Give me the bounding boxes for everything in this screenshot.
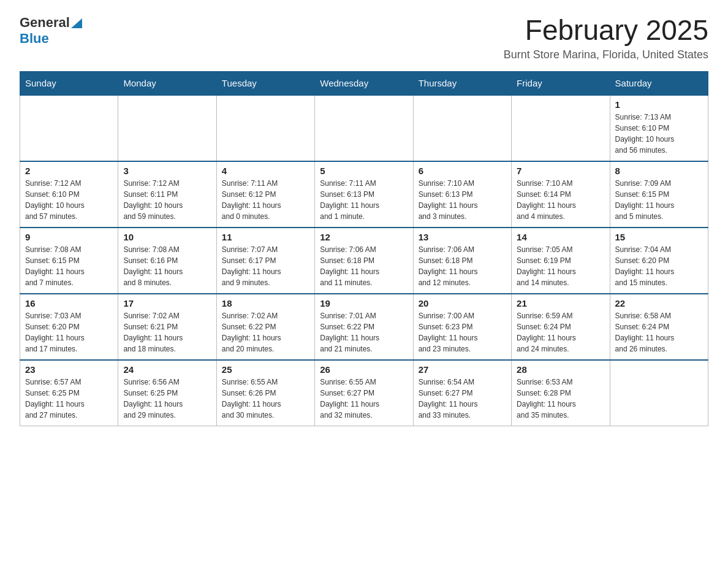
calendar-week-row: 1Sunrise: 7:13 AM Sunset: 6:10 PM Daylig… bbox=[20, 95, 708, 161]
day-info: Sunrise: 7:08 AM Sunset: 6:15 PM Dayligh… bbox=[25, 244, 113, 288]
calendar-cell: 14Sunrise: 7:05 AM Sunset: 6:19 PM Dayli… bbox=[512, 228, 610, 294]
day-info: Sunrise: 6:59 AM Sunset: 6:24 PM Dayligh… bbox=[517, 310, 604, 354]
day-number: 3 bbox=[123, 166, 211, 176]
logo-blue: Blue bbox=[20, 31, 49, 46]
calendar-week-row: 16Sunrise: 7:03 AM Sunset: 6:20 PM Dayli… bbox=[20, 294, 708, 360]
day-number: 12 bbox=[320, 232, 408, 242]
calendar-cell: 26Sunrise: 6:55 AM Sunset: 6:27 PM Dayli… bbox=[315, 360, 413, 426]
day-info: Sunrise: 6:58 AM Sunset: 6:24 PM Dayligh… bbox=[615, 310, 703, 354]
calendar-cell: 8Sunrise: 7:09 AM Sunset: 6:15 PM Daylig… bbox=[610, 161, 708, 228]
day-info: Sunrise: 7:06 AM Sunset: 6:18 PM Dayligh… bbox=[320, 244, 408, 288]
day-info: Sunrise: 7:05 AM Sunset: 6:19 PM Dayligh… bbox=[517, 244, 604, 288]
calendar-cell bbox=[413, 95, 511, 161]
day-info: Sunrise: 7:06 AM Sunset: 6:18 PM Dayligh… bbox=[419, 244, 506, 288]
calendar-cell: 3Sunrise: 7:12 AM Sunset: 6:11 PM Daylig… bbox=[118, 161, 216, 228]
calendar-cell: 21Sunrise: 6:59 AM Sunset: 6:24 PM Dayli… bbox=[512, 294, 610, 360]
calendar-week-row: 9Sunrise: 7:08 AM Sunset: 6:15 PM Daylig… bbox=[20, 228, 708, 294]
day-info: Sunrise: 7:04 AM Sunset: 6:20 PM Dayligh… bbox=[615, 244, 703, 288]
calendar-header-wednesday: Wednesday bbox=[315, 71, 413, 95]
calendar-cell: 23Sunrise: 6:57 AM Sunset: 6:25 PM Dayli… bbox=[20, 360, 118, 426]
calendar-cell: 10Sunrise: 7:08 AM Sunset: 6:16 PM Dayli… bbox=[118, 228, 216, 294]
day-number: 25 bbox=[222, 364, 309, 375]
day-number: 9 bbox=[25, 232, 113, 242]
day-info: Sunrise: 6:57 AM Sunset: 6:25 PM Dayligh… bbox=[25, 377, 113, 421]
day-number: 8 bbox=[615, 166, 703, 176]
calendar-cell: 25Sunrise: 6:55 AM Sunset: 6:26 PM Dayli… bbox=[216, 360, 314, 426]
day-number: 27 bbox=[419, 364, 506, 375]
day-info: Sunrise: 6:55 AM Sunset: 6:27 PM Dayligh… bbox=[320, 377, 408, 421]
calendar-cell: 6Sunrise: 7:10 AM Sunset: 6:13 PM Daylig… bbox=[413, 161, 511, 228]
day-number: 14 bbox=[517, 232, 604, 242]
calendar-header-thursday: Thursday bbox=[413, 71, 511, 95]
calendar-cell: 16Sunrise: 7:03 AM Sunset: 6:20 PM Dayli… bbox=[20, 294, 118, 360]
day-info: Sunrise: 7:12 AM Sunset: 6:11 PM Dayligh… bbox=[123, 178, 211, 222]
logo: General Blue bbox=[20, 15, 82, 47]
svg-marker-0 bbox=[71, 18, 82, 28]
day-info: Sunrise: 7:13 AM Sunset: 6:10 PM Dayligh… bbox=[615, 112, 703, 156]
day-number: 22 bbox=[615, 298, 703, 308]
calendar-cell: 7Sunrise: 7:10 AM Sunset: 6:14 PM Daylig… bbox=[512, 161, 610, 228]
calendar-cell bbox=[610, 360, 708, 426]
day-info: Sunrise: 6:56 AM Sunset: 6:25 PM Dayligh… bbox=[123, 377, 211, 421]
calendar-cell bbox=[216, 95, 314, 161]
page-header: General Blue February 2025 Burnt Store M… bbox=[20, 15, 708, 61]
day-info: Sunrise: 7:10 AM Sunset: 6:14 PM Dayligh… bbox=[517, 178, 604, 222]
calendar-cell bbox=[512, 95, 610, 161]
location-subtitle: Burnt Store Marina, Florida, United Stat… bbox=[504, 48, 708, 61]
calendar-cell bbox=[20, 95, 118, 161]
day-info: Sunrise: 7:02 AM Sunset: 6:22 PM Dayligh… bbox=[222, 310, 309, 354]
logo-general: General bbox=[20, 15, 70, 31]
day-number: 19 bbox=[320, 298, 408, 308]
day-number: 23 bbox=[25, 364, 113, 375]
day-number: 1 bbox=[615, 99, 703, 110]
day-info: Sunrise: 7:11 AM Sunset: 6:12 PM Dayligh… bbox=[222, 178, 309, 222]
day-info: Sunrise: 6:53 AM Sunset: 6:28 PM Dayligh… bbox=[517, 377, 604, 421]
calendar-cell: 4Sunrise: 7:11 AM Sunset: 6:12 PM Daylig… bbox=[216, 161, 314, 228]
day-info: Sunrise: 7:00 AM Sunset: 6:23 PM Dayligh… bbox=[419, 310, 506, 354]
calendar-cell: 9Sunrise: 7:08 AM Sunset: 6:15 PM Daylig… bbox=[20, 228, 118, 294]
day-number: 20 bbox=[419, 298, 506, 308]
calendar-header-row: SundayMondayTuesdayWednesdayThursdayFrid… bbox=[20, 71, 708, 95]
day-info: Sunrise: 7:02 AM Sunset: 6:21 PM Dayligh… bbox=[123, 310, 211, 354]
day-number: 17 bbox=[123, 298, 211, 308]
day-number: 4 bbox=[222, 166, 309, 176]
calendar-cell: 24Sunrise: 6:56 AM Sunset: 6:25 PM Dayli… bbox=[118, 360, 216, 426]
calendar-cell: 5Sunrise: 7:11 AM Sunset: 6:13 PM Daylig… bbox=[315, 161, 413, 228]
calendar-cell: 22Sunrise: 6:58 AM Sunset: 6:24 PM Dayli… bbox=[610, 294, 708, 360]
day-info: Sunrise: 7:03 AM Sunset: 6:20 PM Dayligh… bbox=[25, 310, 113, 354]
calendar-cell: 18Sunrise: 7:02 AM Sunset: 6:22 PM Dayli… bbox=[216, 294, 314, 360]
calendar-cell: 27Sunrise: 6:54 AM Sunset: 6:27 PM Dayli… bbox=[413, 360, 511, 426]
day-number: 5 bbox=[320, 166, 408, 176]
calendar-week-row: 2Sunrise: 7:12 AM Sunset: 6:10 PM Daylig… bbox=[20, 161, 708, 228]
calendar-cell bbox=[118, 95, 216, 161]
day-number: 28 bbox=[517, 364, 604, 375]
calendar-cell: 12Sunrise: 7:06 AM Sunset: 6:18 PM Dayli… bbox=[315, 228, 413, 294]
calendar-table: SundayMondayTuesdayWednesdayThursdayFrid… bbox=[20, 71, 708, 426]
calendar-cell: 15Sunrise: 7:04 AM Sunset: 6:20 PM Dayli… bbox=[610, 228, 708, 294]
day-number: 7 bbox=[517, 166, 604, 176]
calendar-week-row: 23Sunrise: 6:57 AM Sunset: 6:25 PM Dayli… bbox=[20, 360, 708, 426]
calendar-header-sunday: Sunday bbox=[20, 71, 118, 95]
calendar-cell: 13Sunrise: 7:06 AM Sunset: 6:18 PM Dayli… bbox=[413, 228, 511, 294]
day-number: 13 bbox=[419, 232, 506, 242]
day-number: 10 bbox=[123, 232, 211, 242]
day-info: Sunrise: 6:55 AM Sunset: 6:26 PM Dayligh… bbox=[222, 377, 309, 421]
day-info: Sunrise: 7:01 AM Sunset: 6:22 PM Dayligh… bbox=[320, 310, 408, 354]
day-info: Sunrise: 6:54 AM Sunset: 6:27 PM Dayligh… bbox=[419, 377, 506, 421]
day-info: Sunrise: 7:11 AM Sunset: 6:13 PM Dayligh… bbox=[320, 178, 408, 222]
day-info: Sunrise: 7:08 AM Sunset: 6:16 PM Dayligh… bbox=[123, 244, 211, 288]
calendar-cell: 2Sunrise: 7:12 AM Sunset: 6:10 PM Daylig… bbox=[20, 161, 118, 228]
day-info: Sunrise: 7:12 AM Sunset: 6:10 PM Dayligh… bbox=[25, 178, 113, 222]
day-info: Sunrise: 7:07 AM Sunset: 6:17 PM Dayligh… bbox=[222, 244, 309, 288]
day-number: 16 bbox=[25, 298, 113, 308]
calendar-cell: 19Sunrise: 7:01 AM Sunset: 6:22 PM Dayli… bbox=[315, 294, 413, 360]
calendar-cell: 20Sunrise: 7:00 AM Sunset: 6:23 PM Dayli… bbox=[413, 294, 511, 360]
day-number: 24 bbox=[123, 364, 211, 375]
day-number: 2 bbox=[25, 166, 113, 176]
day-info: Sunrise: 7:10 AM Sunset: 6:13 PM Dayligh… bbox=[419, 178, 506, 222]
day-number: 26 bbox=[320, 364, 408, 375]
day-number: 11 bbox=[222, 232, 309, 242]
month-title: February 2025 bbox=[504, 15, 708, 46]
calendar-cell: 11Sunrise: 7:07 AM Sunset: 6:17 PM Dayli… bbox=[216, 228, 314, 294]
calendar-cell: 28Sunrise: 6:53 AM Sunset: 6:28 PM Dayli… bbox=[512, 360, 610, 426]
